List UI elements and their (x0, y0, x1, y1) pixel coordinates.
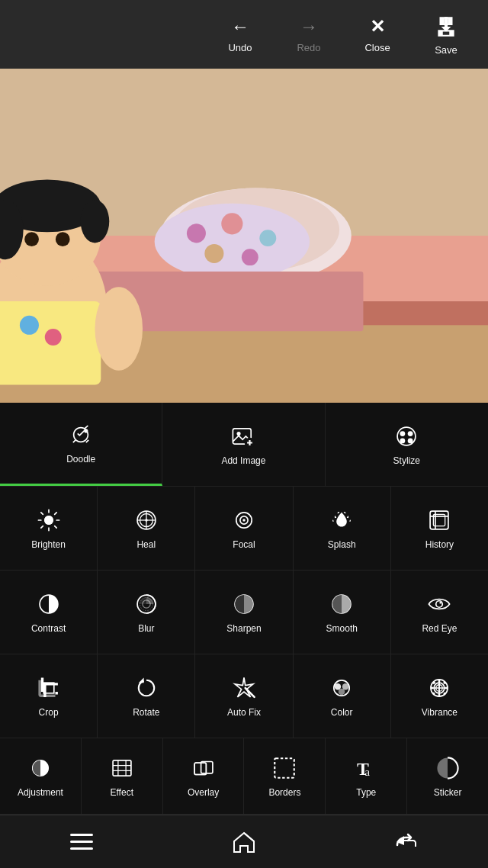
home-button[interactable] (214, 823, 274, 861)
svg-point-38 (397, 427, 416, 445)
add-image-icon (230, 423, 256, 449)
undo-icon: ← (231, 16, 249, 37)
borders-label: Borders (268, 787, 300, 798)
doodle-label: Doodle (66, 454, 95, 465)
tool-sharpen[interactable]: Sharpen (195, 571, 293, 654)
svg-point-9 (221, 213, 242, 234)
smooth-label: Smooth (326, 623, 358, 634)
tool-borders[interactable]: Borders (244, 738, 326, 814)
close-icon: ✕ (370, 16, 385, 37)
blur-label: Blur (138, 623, 154, 634)
tool-history[interactable]: History (391, 487, 488, 570)
tools-row-4: Crop Rotate Auto Fix Color (0, 654, 488, 738)
svg-point-10 (259, 230, 276, 246)
photo: 🍎 (0, 69, 488, 403)
tool-auto-fix[interactable]: Auto Fix (195, 654, 293, 738)
adjustment-label: Adjustment (18, 787, 63, 798)
menu-button[interactable] (51, 823, 112, 861)
svg-point-44 (44, 516, 52, 523)
tool-smooth[interactable]: Smooth (294, 571, 391, 654)
svg-point-29 (20, 316, 39, 335)
stylize-label: Stylize (393, 455, 420, 466)
red-eye-icon (426, 591, 452, 617)
auto-fix-label: Auto Fix (227, 707, 261, 718)
tool-crop[interactable]: Crop (0, 654, 98, 738)
contrast-icon (36, 591, 62, 617)
sticker-icon (435, 755, 461, 781)
tool-contrast[interactable]: Contrast (0, 571, 98, 654)
undo-label: Undo (228, 42, 252, 53)
tool-stylize[interactable]: Stylize (326, 403, 488, 486)
red-eye-label: Red Eye (422, 623, 457, 634)
svg-point-27 (56, 232, 70, 246)
svg-rect-53 (431, 511, 449, 529)
adjustment-icon (27, 755, 53, 781)
tool-rotate[interactable]: Rotate (98, 654, 195, 738)
tool-vibrance[interactable]: Vibrance (391, 654, 488, 738)
borders-icon (271, 755, 297, 781)
svg-point-39 (400, 431, 406, 436)
add-image-label: Add Image (221, 455, 265, 466)
sharpen-label: Sharpen (226, 623, 261, 634)
svg-rect-89 (275, 758, 295, 778)
close-button[interactable]: ✕ Close (343, 4, 412, 65)
image-area: 🍎 (0, 69, 488, 403)
overlay-icon (191, 755, 217, 781)
tool-blur[interactable]: Blur (98, 571, 195, 654)
tools-row-5: Adjustment Effect Overlay Bor (0, 738, 488, 815)
tool-add-image[interactable]: Add Image (162, 403, 325, 486)
redo-icon: → (300, 16, 318, 37)
tool-type[interactable]: T a Type (326, 738, 407, 814)
tool-heal[interactable]: Heal (98, 487, 195, 570)
tool-focal[interactable]: Focal (195, 487, 293, 570)
tools-row-3: Contrast Blur Sharpen (0, 571, 488, 654)
sharpen-icon (231, 591, 257, 617)
tools-row-1: Doodle Add Image Stylize (0, 403, 488, 487)
tool-adjustment[interactable]: Adjustment (0, 738, 82, 814)
svg-point-52 (242, 519, 245, 521)
contrast-label: Contrast (31, 623, 66, 634)
splash-label: Splash (328, 539, 356, 550)
smooth-icon (329, 591, 355, 617)
splash-icon (329, 507, 355, 533)
svg-rect-94 (70, 847, 93, 850)
tool-red-eye[interactable]: Red Eye (391, 571, 488, 654)
tool-sticker[interactable]: Sticker (407, 738, 488, 814)
svg-point-40 (408, 431, 413, 436)
rotate-icon (133, 675, 159, 701)
save-button[interactable]: Save (412, 4, 480, 65)
heal-label: Heal (136, 539, 156, 550)
crop-label: Crop (39, 707, 59, 718)
toolbar: ← Undo → Redo ✕ Close Save (0, 0, 488, 69)
svg-rect-93 (70, 841, 93, 843)
rotate-label: Rotate (133, 707, 159, 718)
tool-doodle[interactable]: Doodle (0, 403, 162, 486)
doodle-icon (68, 422, 94, 448)
svg-point-25 (81, 200, 110, 243)
svg-point-67 (342, 683, 349, 690)
tool-brighten[interactable]: Brighten (0, 487, 98, 570)
svg-point-11 (204, 244, 223, 263)
blur-icon (133, 591, 159, 617)
auto-fix-icon (231, 675, 257, 701)
bottom-nav (0, 815, 488, 868)
color-label: Color (331, 707, 353, 718)
svg-point-63 (440, 602, 442, 604)
tool-splash[interactable]: Splash (294, 487, 391, 570)
redo-button[interactable]: → Redo (274, 4, 343, 65)
svg-rect-72 (438, 679, 441, 681)
redo-label: Redo (297, 42, 320, 53)
tool-overlay[interactable]: Overlay (163, 738, 245, 814)
tool-effect[interactable]: Effect (82, 738, 163, 814)
tool-color[interactable]: Color (294, 654, 391, 738)
svg-point-68 (339, 688, 345, 695)
back-button[interactable] (376, 823, 437, 861)
focal-icon (231, 507, 257, 533)
color-icon (329, 675, 355, 701)
save-label: Save (435, 44, 458, 56)
sticker-label: Sticker (434, 787, 462, 798)
undo-button[interactable]: ← Undo (206, 4, 274, 65)
history-label: History (425, 539, 454, 550)
svg-text:a: a (365, 765, 371, 778)
svg-rect-81 (113, 760, 131, 775)
